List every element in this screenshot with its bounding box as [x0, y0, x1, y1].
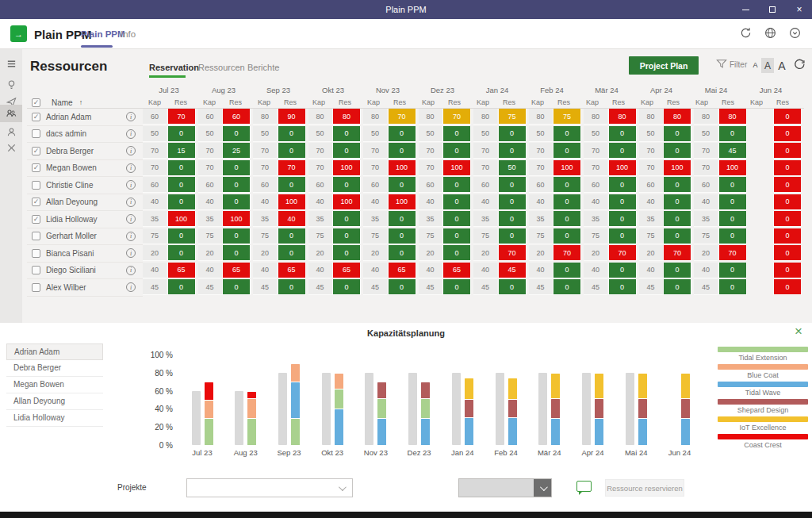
close-button[interactable]: ×: [795, 5, 804, 14]
res-value[interactable]: 0: [773, 211, 802, 227]
sort-ascending-icon[interactable]: ↑: [79, 98, 83, 106]
res-value[interactable]: 0: [442, 228, 471, 244]
res-value[interactable]: 0: [442, 279, 471, 295]
res-value[interactable]: 0: [332, 143, 361, 159]
menu-icon[interactable]: [0, 56, 22, 71]
res-value[interactable]: 80: [608, 109, 637, 125]
res-value[interactable]: 0: [663, 228, 691, 244]
res-value[interactable]: 0: [167, 160, 196, 176]
res-value[interactable]: 0: [498, 194, 527, 210]
res-value[interactable]: 0: [773, 263, 802, 278]
info-icon[interactable]: i: [119, 194, 143, 212]
res-value[interactable]: 0: [388, 126, 416, 142]
res-value[interactable]: 0: [608, 126, 637, 142]
app-icon[interactable]: →: [10, 25, 27, 42]
row-checkbox[interactable]: [27, 279, 46, 297]
info-icon[interactable]: i: [119, 126, 143, 144]
account-chevron-icon[interactable]: [789, 27, 801, 39]
res-value[interactable]: 100: [167, 211, 196, 227]
person-item[interactable]: Lidia Holloway: [6, 410, 103, 427]
filter-button[interactable]: Filter: [716, 59, 747, 71]
res-value[interactable]: 80: [718, 109, 747, 125]
res-value[interactable]: 0: [388, 279, 416, 295]
res-value[interactable]: 0: [663, 177, 691, 193]
res-value[interactable]: 15: [167, 143, 196, 159]
res-value[interactable]: 100: [332, 160, 361, 176]
res-value[interactable]: 0: [498, 143, 527, 159]
res-value[interactable]: 0: [222, 279, 251, 295]
res-value[interactable]: 0: [663, 126, 691, 142]
res-value[interactable]: 0: [608, 263, 637, 278]
res-value[interactable]: 65: [332, 263, 361, 278]
res-value[interactable]: 0: [608, 279, 637, 295]
res-value[interactable]: 100: [608, 160, 637, 176]
tab-berichte[interactable]: Berichte: [247, 63, 279, 72]
row-checkbox[interactable]: ✓: [27, 143, 46, 160]
res-value[interactable]: 0: [608, 228, 637, 244]
res-value[interactable]: 0: [773, 194, 802, 210]
projekte-dropdown[interactable]: [186, 478, 353, 497]
res-value[interactable]: 0: [442, 211, 471, 227]
res-value[interactable]: 100: [388, 160, 416, 176]
res-value[interactable]: 0: [167, 228, 196, 244]
res-value[interactable]: 0: [553, 126, 581, 142]
res-value[interactable]: 100: [278, 194, 306, 210]
res-value[interactable]: 0: [608, 143, 637, 159]
res-value[interactable]: 0: [718, 126, 747, 142]
res-value[interactable]: 40: [278, 211, 306, 227]
res-value[interactable]: 0: [278, 279, 306, 295]
res-value[interactable]: 0: [663, 143, 691, 159]
row-checkbox[interactable]: [27, 245, 46, 263]
res-value[interactable]: 0: [498, 279, 527, 295]
info-icon[interactable]: i: [119, 228, 143, 246]
res-value[interactable]: 0: [222, 160, 251, 176]
res-value[interactable]: 0: [663, 279, 691, 295]
row-checkbox[interactable]: ✓: [27, 160, 46, 178]
res-value[interactable]: 0: [718, 194, 747, 210]
info-icon[interactable]: i: [119, 211, 143, 228]
res-value[interactable]: 0: [718, 211, 747, 227]
res-value[interactable]: 80: [663, 109, 691, 125]
res-value[interactable]: 70: [663, 245, 691, 261]
res-value[interactable]: 0: [388, 245, 416, 261]
tools-icon[interactable]: [0, 140, 22, 155]
row-checkbox[interactable]: ✓: [27, 194, 46, 212]
res-value[interactable]: 65: [388, 263, 416, 278]
info-icon[interactable]: i: [119, 143, 143, 160]
select-all-checkbox[interactable]: ✓: [32, 98, 40, 107]
res-value[interactable]: 0: [773, 126, 802, 142]
res-value[interactable]: 0: [278, 228, 306, 244]
info-icon[interactable]: i: [119, 279, 143, 297]
res-value[interactable]: 0: [773, 279, 802, 295]
res-value[interactable]: 0: [663, 211, 691, 227]
res-value[interactable]: 70: [553, 245, 581, 261]
res-value[interactable]: 0: [388, 177, 416, 193]
res-value[interactable]: 0: [498, 177, 527, 193]
row-checkbox[interactable]: ✓: [27, 211, 46, 228]
res-value[interactable]: 0: [773, 109, 802, 125]
person-item[interactable]: Adrian Adam: [6, 343, 103, 360]
res-value[interactable]: 0: [608, 177, 637, 193]
res-value[interactable]: 80: [332, 109, 361, 125]
res-value[interactable]: 0: [167, 245, 196, 261]
row-checkbox[interactable]: [27, 263, 46, 280]
res-value[interactable]: 0: [553, 194, 581, 210]
res-value[interactable]: 100: [388, 194, 416, 210]
dropdown-expand-button[interactable]: [534, 479, 551, 497]
res-value[interactable]: 0: [608, 211, 637, 227]
refresh-icon[interactable]: [740, 27, 752, 39]
res-value[interactable]: 0: [553, 228, 581, 244]
resources-icon[interactable]: [0, 105, 22, 122]
row-checkbox[interactable]: ✓: [27, 109, 46, 126]
res-value[interactable]: 25: [222, 143, 251, 159]
res-value[interactable]: 0: [718, 279, 747, 295]
res-value[interactable]: 0: [278, 245, 306, 261]
comment-bubble-icon[interactable]: [576, 481, 592, 492]
res-value[interactable]: 0: [278, 177, 306, 193]
res-value[interactable]: 0: [442, 126, 471, 142]
res-value[interactable]: 65: [278, 263, 306, 278]
res-value[interactable]: 0: [498, 126, 527, 142]
res-value[interactable]: 100: [663, 160, 691, 176]
row-checkbox[interactable]: [27, 177, 46, 194]
reserve-resource-button[interactable]: Ressource reservieren: [605, 479, 684, 497]
